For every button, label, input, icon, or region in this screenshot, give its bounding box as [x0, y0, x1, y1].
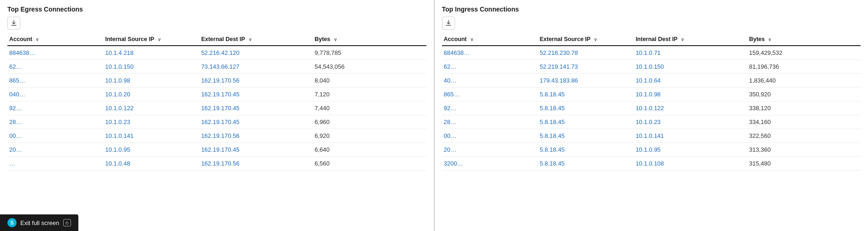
egress-src-ip-cell[interactable]: 10.1.0.95 — [103, 143, 199, 157]
table-row: 865… 10.1.0.98 162.19.170.56 8,040 — [7, 74, 426, 88]
table-row: 62… 52.219.141.73 10.1.0.150 81,196,736 — [442, 60, 861, 74]
egress-src-ip-cell[interactable]: 10.1.0.122 — [103, 101, 199, 115]
egress-account-cell[interactable]: 62… — [7, 60, 103, 74]
egress-bytes-cell: 6,560 — [313, 157, 426, 171]
ingress-bytes-cell: 1,836,440 — [747, 74, 861, 88]
table-row: 884638… 52.216.230.78 10.1.0.71 159,429,… — [442, 46, 861, 60]
egress-dest-ip-cell[interactable]: 162.19.170.45 — [199, 88, 313, 101]
ingress-tbody: 884638… 52.216.230.78 10.1.0.71 159,429,… — [442, 46, 861, 171]
egress-src-ip-cell[interactable]: 10.1.0.98 — [103, 74, 199, 88]
ingress-col-src-ip[interactable]: External Source IP ∨ — [538, 33, 634, 46]
table-row: 28… 5.8.18.45 10.1.0.23 334,160 — [442, 115, 861, 129]
ingress-dest-ip-cell[interactable]: 10.1.0.141 — [634, 129, 747, 143]
egress-col-src-ip[interactable]: Internal Source IP ∨ — [103, 33, 199, 46]
ingress-src-ip-cell[interactable]: 5.8.18.45 — [538, 129, 634, 143]
table-row: 28… 10.1.0.23 162.19.170.45 6,960 — [7, 115, 426, 129]
table-row: 40… 179.43.183.86 10.1.0.64 1,836,440 — [442, 74, 861, 88]
ingress-src-ip-cell[interactable]: 179.43.183.86 — [538, 74, 634, 88]
egress-bytes-cell: 6,960 — [313, 115, 426, 129]
egress-account-cell[interactable]: 040… — [7, 88, 103, 101]
egress-account-cell[interactable]: 28… — [7, 115, 103, 129]
table-row: … 10.1.0.48 162.19.170.56 6,560 — [7, 157, 426, 171]
egress-src-ip-cell[interactable]: 10.1.0.20 — [103, 88, 199, 101]
ingress-account-cell[interactable]: 62… — [442, 60, 538, 74]
ingress-download-button[interactable] — [442, 17, 455, 30]
panels-container: Top Egress Connections Account ∨ Interna… — [0, 0, 868, 231]
egress-account-cell[interactable]: 884638… — [7, 46, 103, 60]
ingress-src-ip-cell[interactable]: 52.216.230.78 — [538, 46, 634, 60]
egress-download-button[interactable] — [7, 17, 20, 30]
egress-account-cell[interactable]: 92… — [7, 101, 103, 115]
ingress-col-bytes[interactable]: Bytes ∨ — [747, 33, 861, 46]
ingress-col-dest-ip[interactable]: Internal Dest IP ∨ — [634, 33, 747, 46]
egress-col-account[interactable]: Account ∨ — [7, 33, 103, 46]
egress-bytes-cell: 6,920 — [313, 129, 426, 143]
ingress-title: Top Ingress Connections — [442, 6, 861, 13]
exit-fullscreen-bar[interactable]: S Exit full screen ⎋ — [0, 214, 78, 231]
egress-title: Top Egress Connections — [7, 6, 426, 13]
ingress-account-cell[interactable]: 40… — [442, 74, 538, 88]
egress-src-ip-cell[interactable]: 10.1.0.150 — [103, 60, 199, 74]
table-row: 040… 10.1.0.20 162.19.170.45 7,120 — [7, 88, 426, 101]
ingress-src-ip-cell[interactable]: 5.8.18.45 — [538, 157, 634, 171]
ingress-panel: Top Ingress Connections Account ∨ Extern… — [435, 0, 868, 231]
egress-bytes-cell: 8,040 — [313, 74, 426, 88]
bytes-sort-icon: ∨ — [334, 37, 337, 42]
ingress-src-ip-cell[interactable]: 5.8.18.45 — [538, 88, 634, 101]
table-row: 3200… 5.8.18.45 10.1.0.108 315,480 — [442, 157, 861, 171]
table-row: 884638… 10.1.4.218 52.216.42.120 9,778,7… — [7, 46, 426, 60]
egress-dest-ip-cell[interactable]: 162.19.170.45 — [199, 143, 313, 157]
egress-col-dest-ip[interactable]: External Dest IP ∨ — [199, 33, 313, 46]
ingress-dest-ip-cell[interactable]: 10.1.0.71 — [634, 46, 747, 60]
egress-account-cell[interactable]: 20… — [7, 143, 103, 157]
egress-account-cell[interactable]: 865… — [7, 74, 103, 88]
egress-dest-ip-cell[interactable]: 73.143.66.127 — [199, 60, 313, 74]
ingress-col-account[interactable]: Account ∨ — [442, 33, 538, 46]
ingress-dest-ip-cell[interactable]: 10.1.0.95 — [634, 143, 747, 157]
egress-header-row: Account ∨ Internal Source IP ∨ External … — [7, 33, 426, 46]
ingress-src-ip-cell[interactable]: 52.219.141.73 — [538, 60, 634, 74]
ingress-account-cell[interactable]: 3200… — [442, 157, 538, 171]
table-row: 20… 5.8.18.45 10.1.0.95 313,360 — [442, 143, 861, 157]
table-row: 92… 5.8.18.45 10.1.0.122 338,120 — [442, 101, 861, 115]
egress-src-ip-cell[interactable]: 10.1.0.48 — [103, 157, 199, 171]
ingress-account-cell[interactable]: 28… — [442, 115, 538, 129]
src-ip-sort-icon: ∨ — [158, 37, 161, 42]
egress-bytes-cell: 9,778,785 — [313, 46, 426, 60]
ingress-bytes-cell: 322,560 — [747, 129, 861, 143]
ingress-dest-ip-cell[interactable]: 10.1.0.122 — [634, 101, 747, 115]
ingress-account-sort-icon: ∨ — [470, 37, 473, 42]
egress-dest-ip-cell[interactable]: 52.216.42.120 — [199, 46, 313, 60]
ingress-dest-ip-cell[interactable]: 10.1.0.150 — [634, 60, 747, 74]
egress-account-cell[interactable]: … — [7, 157, 103, 171]
ingress-src-ip-sort-icon: ∨ — [594, 37, 597, 42]
kbd-icon: ⎋ — [63, 219, 71, 226]
egress-dest-ip-cell[interactable]: 162.19.170.45 — [199, 115, 313, 129]
ingress-account-cell[interactable]: 92… — [442, 101, 538, 115]
ingress-dest-ip-cell[interactable]: 10.1.0.98 — [634, 88, 747, 101]
ingress-table: Account ∨ External Source IP ∨ Internal … — [442, 33, 861, 171]
egress-src-ip-cell[interactable]: 10.1.4.218 — [103, 46, 199, 60]
ingress-src-ip-cell[interactable]: 5.8.18.45 — [538, 143, 634, 157]
ingress-bytes-cell: 338,120 — [747, 101, 861, 115]
egress-dest-ip-cell[interactable]: 162.19.170.45 — [199, 101, 313, 115]
ingress-src-ip-cell[interactable]: 5.8.18.45 — [538, 101, 634, 115]
egress-account-cell[interactable]: 00… — [7, 129, 103, 143]
egress-panel: Top Egress Connections Account ∨ Interna… — [0, 0, 434, 231]
egress-src-ip-cell[interactable]: 10.1.0.23 — [103, 115, 199, 129]
ingress-account-cell[interactable]: 865… — [442, 88, 538, 101]
ingress-dest-ip-cell[interactable]: 10.1.0.64 — [634, 74, 747, 88]
account-sort-icon: ∨ — [35, 37, 39, 42]
ingress-account-cell[interactable]: 20… — [442, 143, 538, 157]
ingress-account-cell[interactable]: 884638… — [442, 46, 538, 60]
ingress-dest-ip-cell[interactable]: 10.1.0.23 — [634, 115, 747, 129]
ingress-bytes-cell: 81,196,736 — [747, 60, 861, 74]
egress-dest-ip-cell[interactable]: 162.19.170.56 — [199, 157, 313, 171]
egress-src-ip-cell[interactable]: 10.1.0.141 — [103, 129, 199, 143]
ingress-src-ip-cell[interactable]: 5.8.18.45 — [538, 115, 634, 129]
egress-col-bytes[interactable]: Bytes ∨ — [313, 33, 426, 46]
ingress-account-cell[interactable]: 00… — [442, 129, 538, 143]
ingress-dest-ip-cell[interactable]: 10.1.0.108 — [634, 157, 747, 171]
egress-dest-ip-cell[interactable]: 162.19.170.56 — [199, 74, 313, 88]
egress-dest-ip-cell[interactable]: 162.19.170.56 — [199, 129, 313, 143]
